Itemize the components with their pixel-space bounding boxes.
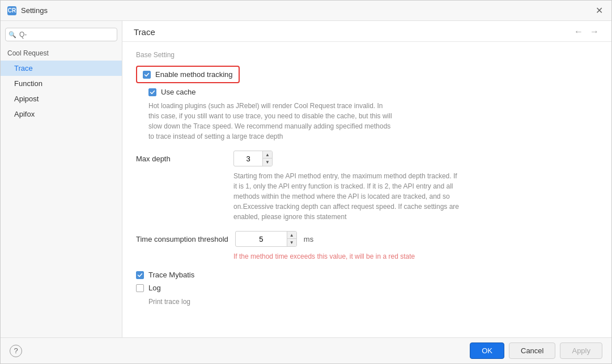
cancel-button[interactable]: Cancel xyxy=(509,342,555,359)
close-button[interactable]: ✕ xyxy=(593,5,605,16)
sidebar: 🔍 Cool Request Trace Function Apipost Ap… xyxy=(1,21,122,337)
search-input[interactable] xyxy=(5,28,117,41)
time-threshold-spinner: ▲ ▼ xyxy=(235,231,297,247)
max-depth-description: Starting from the API method entry, the … xyxy=(233,171,460,222)
time-threshold-row: Time consumption threshold ▲ ▼ ms xyxy=(136,231,598,247)
main-header: Trace ← → xyxy=(122,21,611,42)
log-checkbox[interactable] xyxy=(136,284,144,292)
main-body: Base Setting Enable method tracking xyxy=(122,42,611,337)
main-content: Trace ← → Base Setting Enable method tra… xyxy=(122,21,611,337)
log-description: Print trace log xyxy=(148,297,392,307)
back-arrow-button[interactable]: ← xyxy=(573,27,584,37)
time-threshold-decrement[interactable]: ▼ xyxy=(287,239,296,246)
log-label[interactable]: Log xyxy=(148,284,161,292)
sidebar-item-function[interactable]: Function xyxy=(1,76,122,91)
max-depth-input[interactable] xyxy=(234,153,262,165)
ok-button[interactable]: OK xyxy=(470,342,504,359)
time-threshold-spinner-buttons: ▲ ▼ xyxy=(287,232,296,246)
log-row: Log xyxy=(136,284,598,292)
sidebar-item-apifox[interactable]: Apifox xyxy=(1,106,122,122)
dialog-title: Settings xyxy=(21,6,48,15)
apply-button[interactable]: Apply xyxy=(560,342,602,359)
title-bar: CR Settings ✕ xyxy=(1,1,611,21)
footer-actions: OK Cancel Apply xyxy=(470,342,602,359)
title-bar-left: CR Settings xyxy=(7,6,48,15)
help-button[interactable]: ? xyxy=(10,345,22,357)
enable-method-tracking-checkbox[interactable] xyxy=(143,71,151,79)
forward-arrow-button[interactable]: → xyxy=(589,27,600,37)
content-area: 🔍 Cool Request Trace Function Apipost Ap… xyxy=(1,21,611,337)
trace-mybatis-checkbox[interactable] xyxy=(136,271,144,279)
time-threshold-label: Time consumption threshold xyxy=(136,235,228,243)
sidebar-item-cool-request[interactable]: Cool Request xyxy=(1,46,122,61)
footer: ? OK Cancel Apply xyxy=(1,337,611,363)
max-depth-increment[interactable]: ▲ xyxy=(263,151,272,159)
sidebar-item-trace[interactable]: Trace xyxy=(1,61,122,76)
use-cache-row: Use cache xyxy=(148,88,598,96)
search-box: 🔍 xyxy=(5,28,117,41)
search-icon: 🔍 xyxy=(8,31,16,38)
use-cache-checkbox[interactable] xyxy=(148,88,156,96)
max-depth-row: Max depth ▲ ▼ xyxy=(136,151,598,166)
app-icon: CR xyxy=(7,6,16,15)
use-cache-description: Hot loading plugins (such as JRebel) wil… xyxy=(148,101,392,142)
nav-arrows: ← → xyxy=(573,27,600,37)
trace-mybatis-label[interactable]: Trace Mybatis xyxy=(148,271,194,279)
time-threshold-description: If the method time exceeds this value, i… xyxy=(233,251,477,262)
trace-mybatis-row: Trace Mybatis xyxy=(136,271,598,279)
section-title: Base Setting xyxy=(136,51,598,59)
use-cache-label[interactable]: Use cache xyxy=(161,88,196,96)
enable-method-tracking-highlight: Enable method tracking xyxy=(136,66,240,83)
time-threshold-increment[interactable]: ▲ xyxy=(287,232,296,239)
sidebar-item-apipost[interactable]: Apipost xyxy=(1,91,122,106)
max-depth-decrement[interactable]: ▼ xyxy=(263,159,272,166)
max-depth-spinner-buttons: ▲ ▼ xyxy=(262,151,272,166)
time-threshold-unit: ms xyxy=(304,235,313,243)
max-depth-label: Max depth xyxy=(136,155,227,163)
main-title: Trace xyxy=(134,27,155,37)
enable-method-tracking-label[interactable]: Enable method tracking xyxy=(155,70,233,79)
settings-dialog: CR Settings ✕ 🔍 Cool Request Trace Funct… xyxy=(0,0,612,364)
max-depth-spinner: ▲ ▼ xyxy=(233,151,273,166)
time-threshold-input[interactable] xyxy=(236,233,287,245)
